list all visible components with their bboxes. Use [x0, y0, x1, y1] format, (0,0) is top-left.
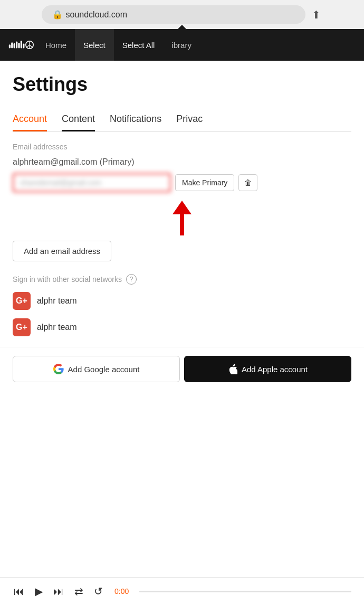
arrow-head — [173, 201, 191, 214]
progress-bar[interactable] — [139, 591, 351, 592]
primary-email-display: alphrteam@gmail.com (Primary) — [13, 157, 351, 167]
primary-label: (Primary) — [100, 157, 135, 166]
google-plus-icon-2: G+ — [13, 318, 31, 336]
help-icon[interactable]: ? — [126, 274, 137, 285]
nav-home[interactable]: Home — [37, 29, 75, 61]
secondary-email-row: sharedemail@gmail.com Make Primary 🗑 — [13, 173, 351, 192]
primary-email-address: alphrteam@gmail.com — [13, 157, 97, 166]
social-label-text: Sign in with other social networks — [13, 275, 122, 283]
nav-library[interactable]: ibrary — [163, 29, 200, 61]
email-section-label: Email addresses — [13, 143, 351, 151]
up-arrow — [173, 201, 191, 235]
time-display: 0:00 — [114, 587, 129, 595]
tab-privacy[interactable]: Privac — [176, 108, 203, 131]
soundcloud-logo[interactable] — [5, 29, 37, 61]
social-account-2-name: alphr team — [37, 323, 77, 332]
svg-rect-5 — [21, 41, 22, 48]
settings-section: Email addresses alphrteam@gmail.com (Pri… — [13, 132, 351, 391]
shuffle-button[interactable]: ⇄ — [73, 584, 84, 599]
url-text: soundcloud.com — [66, 10, 128, 20]
tabs-container: Account Content Notifications Privac — [13, 108, 351, 132]
arrow-annotation — [13, 200, 351, 237]
skip-forward-button[interactable]: ⏭ — [52, 584, 65, 599]
tab-notifications[interactable]: Notifications — [110, 108, 161, 131]
arrow-shaft — [180, 214, 184, 235]
share-button[interactable]: ⬆ — [310, 6, 323, 23]
svg-rect-0 — [9, 44, 11, 48]
svg-rect-3 — [16, 42, 17, 49]
nav-links: Home Select Select All ibrary — [37, 29, 359, 61]
skip-back-button[interactable]: ⏮ — [13, 584, 25, 599]
player-bar: ⏮ ▶ ⏭ ⇄ ↺ 0:00 — [0, 577, 364, 605]
main-content: Settings Account Content Notifications P… — [0, 61, 364, 391]
svg-rect-6 — [23, 44, 24, 49]
repeat-button[interactable]: ↺ — [93, 584, 104, 599]
tab-content[interactable]: Content — [62, 108, 95, 131]
svg-rect-4 — [18, 43, 20, 48]
lock-icon: 🔒 — [52, 10, 63, 20]
social-account-1-name: alphr team — [37, 296, 77, 306]
svg-line-10 — [30, 45, 33, 48]
add-google-label: Add Google account — [68, 365, 140, 374]
apple-icon — [228, 364, 237, 374]
social-account-1: G+ alphr team — [13, 292, 351, 310]
tab-account[interactable]: Account — [13, 108, 47, 131]
google-plus-icon-1: G+ — [13, 292, 31, 310]
page-title: Settings — [13, 73, 351, 96]
add-google-button[interactable]: Add Google account — [13, 356, 180, 382]
nav-select-all[interactable]: Select All — [114, 29, 164, 61]
make-primary-button[interactable]: Make Primary — [175, 174, 234, 191]
svg-rect-2 — [14, 43, 15, 49]
url-bar[interactable]: 🔒 soundcloud.com — [42, 5, 305, 24]
secondary-email-field: sharedemail@gmail.com — [13, 173, 171, 192]
trash-icon: 🗑 — [244, 178, 252, 187]
delete-email-button[interactable]: 🗑 — [238, 174, 257, 191]
nav-bar: Home Select Select All ibrary — [0, 29, 364, 61]
add-email-button[interactable]: Add an email address — [13, 241, 111, 261]
google-g-icon — [53, 364, 64, 374]
social-buttons-row: Add Google account Add Apple account — [0, 347, 364, 391]
svg-line-9 — [26, 45, 30, 48]
player-controls: ⏮ ▶ ⏭ ⇄ ↺ — [13, 584, 104, 599]
social-account-2: G+ alphr team — [13, 318, 351, 336]
svg-rect-1 — [11, 42, 13, 48]
social-section-label: Sign in with other social networks ? — [13, 274, 351, 285]
add-apple-button[interactable]: Add Apple account — [184, 356, 351, 382]
play-button[interactable]: ▶ — [34, 584, 44, 599]
add-apple-label: Add Apple account — [242, 365, 308, 374]
nav-select[interactable]: Select — [75, 29, 114, 61]
